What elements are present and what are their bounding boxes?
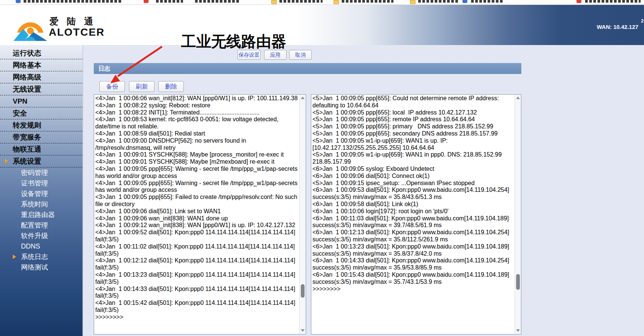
sidebar-item-label: 密码管理 bbox=[21, 169, 48, 176]
delete-button[interactable]: 删除 bbox=[158, 81, 184, 92]
bookmark-label-fragment[interactable] bbox=[342, 0, 393, 3]
sidebar-item-label: VPN bbox=[13, 97, 27, 105]
bookmark-label-fragment[interactable] bbox=[418, 0, 459, 3]
sidebar-item-label: 安全 bbox=[13, 109, 27, 117]
active-arrow-icon bbox=[13, 255, 16, 259]
sidebar-item-label: 系统日志 bbox=[21, 253, 48, 261]
sidebar-item-label: DDNS bbox=[21, 243, 40, 250]
sidebar-item-label: 网络基本 bbox=[13, 61, 41, 69]
sidebar-item-DDNS[interactable]: DDNS bbox=[0, 241, 83, 252]
backup-button[interactable]: 备份 bbox=[99, 81, 125, 92]
red-app-favicon-icon[interactable] bbox=[576, 0, 581, 3]
brand-chinese: 爱陆通 bbox=[50, 15, 101, 27]
log-right-text: <5>Jan 1 00:09:05 ppp[655]: Could not de… bbox=[312, 95, 514, 334]
bookmark-label-fragment[interactable] bbox=[156, 0, 183, 3]
sidebar-item-label: 网络测试 bbox=[21, 264, 48, 271]
sidebar-item-密码管理[interactable]: 密码管理 bbox=[0, 167, 83, 178]
sidebar-item-label: 软件升级 bbox=[21, 232, 48, 240]
sidebar-menu: 运行状态网络基本网络高级无线设置VPN安全转发规则带宽服务物联互通系统设置密码管… bbox=[0, 45, 83, 336]
sidebar-item-label: 网络高级 bbox=[13, 73, 41, 81]
sidebar-item-label: 证书管理 bbox=[21, 179, 48, 187]
folder-favicon-icon[interactable] bbox=[410, 0, 416, 4]
blue-app-favicon-icon[interactable] bbox=[462, 0, 467, 3]
sidebar-item-label: 物联互通 bbox=[13, 145, 41, 153]
scroll-down-icon[interactable] bbox=[516, 329, 520, 332]
sidebar-item-证书管理[interactable]: 证书管理 bbox=[0, 178, 83, 188]
sidebar-item-物联互通[interactable]: 物联互通 bbox=[0, 143, 83, 155]
bookmark-label-fragment[interactable] bbox=[279, 0, 323, 3]
wan-ip-label: WAN: 10.42.127 bbox=[597, 24, 638, 30]
sidebar-item-label: 系统设置 bbox=[13, 157, 41, 165]
sidebar-item-转发规则[interactable]: 转发规则 bbox=[0, 119, 83, 131]
bookmark-label-fragment[interactable] bbox=[195, 0, 239, 3]
bookmark-label-fragment[interactable] bbox=[24, 0, 122, 3]
sidebar-item-设备管理[interactable]: 设备管理 bbox=[0, 188, 83, 199]
sidebar-item-带宽服务[interactable]: 带宽服务 bbox=[0, 131, 83, 143]
scroll-up-icon[interactable] bbox=[301, 96, 305, 99]
sidebar-item-无线设置[interactable]: 无线设置 bbox=[0, 83, 83, 95]
log-textarea-right[interactable]: <5>Jan 1 00:09:05 ppp[655]: Could not de… bbox=[311, 94, 521, 334]
sidebar-item-label: 带宽服务 bbox=[13, 133, 41, 141]
sidebar-item-系统日志[interactable]: 系统日志 bbox=[0, 252, 83, 262]
sidebar-item-网络高级[interactable]: 网络高级 bbox=[0, 71, 83, 83]
scroll-up-icon[interactable] bbox=[516, 96, 520, 99]
header: 爱陆通 ALOTCER WAN: 10.42.127 2 bbox=[0, 5, 644, 45]
log-right-scrollbar[interactable] bbox=[515, 95, 521, 334]
scroll-down-icon[interactable] bbox=[301, 329, 305, 332]
sidebar-item-网络测试[interactable]: 网络测试 bbox=[0, 262, 83, 273]
sidebar-item-运行状态[interactable]: 运行状态 bbox=[0, 47, 83, 59]
blue-app-favicon-icon[interactable] bbox=[16, 0, 21, 3]
sidebar-item-label: 转发规则 bbox=[13, 121, 41, 129]
refresh-button[interactable]: 刷新 bbox=[129, 81, 155, 92]
log-panel-title: 日志 bbox=[94, 63, 521, 74]
folder-favicon-icon[interactable] bbox=[271, 0, 277, 4]
sidebar-item-label: 设备管理 bbox=[21, 190, 48, 197]
scrollbar-thumb[interactable] bbox=[516, 274, 520, 290]
log-left-text: <4>Jan 1 00:06:06 wan_init[812]: WAN [pp… bbox=[95, 95, 299, 334]
browser-bookmarks-bar[interactable] bbox=[0, 0, 644, 5]
sidebar-item-网络基本[interactable]: 网络基本 bbox=[0, 59, 83, 71]
sidebar-item-配置管理[interactable]: 配置管理 bbox=[0, 220, 83, 231]
brand-english: ALOTCER bbox=[49, 26, 105, 38]
alotcer-logo-icon bbox=[12, 13, 49, 42]
sidebar-item-label: 运行状态 bbox=[13, 49, 41, 57]
page: 爱陆通 ALOTCER WAN: 10.42.127 2 工业无线路由器 运行状… bbox=[0, 0, 644, 336]
active-arrow-icon bbox=[5, 159, 8, 163]
sidebar-item-软件升级[interactable]: 软件升级 bbox=[0, 231, 83, 241]
bookmark-label-fragment[interactable] bbox=[585, 0, 641, 3]
log-textarea-left[interactable]: <4>Jan 1 00:06:06 wan_init[812]: WAN [pp… bbox=[94, 94, 306, 334]
page-title: 工业无线路由器 bbox=[181, 31, 286, 52]
clipped-text-fragment: 2 bbox=[641, 18, 644, 24]
sidebar-item-VPN[interactable]: VPN bbox=[0, 95, 83, 107]
sidebar-item-label: 配置管理 bbox=[21, 221, 48, 229]
bookmark-label-fragment[interactable] bbox=[471, 0, 503, 3]
scrollbar-thumb[interactable] bbox=[301, 284, 305, 298]
sidebar-item-安全[interactable]: 安全 bbox=[0, 107, 83, 119]
sidebar-item-label: 重启路由器 bbox=[21, 211, 55, 218]
cancel-button[interactable]: 取消 bbox=[289, 50, 312, 60]
sidebar-item-label: 无线设置 bbox=[13, 85, 41, 93]
sidebar-item-label: 系统时间 bbox=[21, 200, 48, 208]
sidebar-item-重启路由器[interactable]: 重启路由器 bbox=[0, 209, 83, 220]
log-left-scrollbar[interactable] bbox=[299, 95, 306, 334]
folder-favicon-icon[interactable] bbox=[333, 0, 339, 4]
sidebar-item-系统时间[interactable]: 系统时间 bbox=[0, 199, 83, 209]
red-app-favicon-icon[interactable] bbox=[144, 0, 149, 3]
sidebar-item-系统设置[interactable]: 系统设置 bbox=[0, 155, 83, 167]
